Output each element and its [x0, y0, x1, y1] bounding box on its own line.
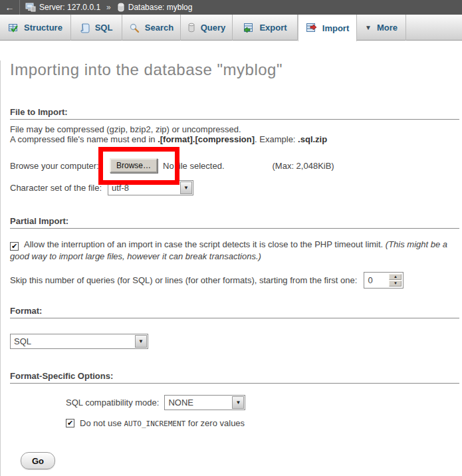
compression-line1: File may be compressed (gzip, bzip2, zip…: [10, 124, 241, 134]
breadcrumb-server[interactable]: Server: 127.0.0.1: [39, 3, 100, 12]
tab-bar-filler: [406, 15, 462, 41]
compression-line2-prefix: A compressed file's name must end in: [10, 134, 158, 144]
page-title: Importing into the database "myblog": [10, 60, 459, 79]
tab-label: SQL: [95, 23, 113, 33]
tab-label: Structure: [24, 23, 62, 33]
compression-example: .sql.zip: [298, 134, 327, 144]
main-content: Importing into the database "myblog" Fil…: [0, 60, 462, 476]
sql-compat-row: SQL compatibility mode: NONE ▼: [66, 394, 459, 411]
query-icon: [187, 23, 195, 33]
breadcrumb-database[interactable]: Database: myblog: [128, 3, 193, 12]
allow-interrupt-label: Allow the interruption of an import in c…: [24, 239, 386, 249]
tab-import[interactable]: Import: [298, 15, 357, 41]
tab-query[interactable]: Query: [181, 15, 233, 41]
tab-structure[interactable]: Structure: [0, 15, 71, 41]
stepper-buttons: ▲ ▼: [389, 274, 402, 287]
breadcrumb-separator: »: [106, 3, 111, 12]
format-select-value: SQL: [11, 334, 134, 348]
search-icon: [129, 23, 140, 33]
browse-row: Browse your computer: Browse… No file se…: [10, 158, 459, 174]
select-arrow-icon[interactable]: ▼: [135, 335, 147, 348]
format-row: SQL ▼: [10, 334, 459, 349]
compression-info-text: File may be compressed (gzip, bzip2, zip…: [10, 124, 459, 144]
tab-label: Search: [145, 23, 173, 33]
tab-sql[interactable]: SQL: [71, 15, 122, 41]
section-heading-format-options: Format-Specific Options:: [10, 371, 459, 384]
chevron-down-icon: ▼: [365, 24, 372, 31]
skip-queries-label: Skip this number of queries (for SQL) or…: [10, 275, 357, 285]
export-icon: [243, 23, 254, 33]
sql-compat-select-value: NONE: [165, 396, 231, 410]
charset-select-value: utf-8: [108, 181, 179, 195]
skip-queries-row: Skip this number of queries (for SQL) or…: [10, 271, 459, 289]
section-heading-partial-import: Partial Import:: [10, 216, 459, 229]
select-arrow-icon[interactable]: ▼: [232, 396, 244, 409]
zero-values-code: AUTO_INCREMENT: [124, 419, 186, 428]
sql-compat-select[interactable]: NONE ▼: [164, 395, 245, 410]
database-icon: [117, 3, 125, 12]
tab-label: Query: [201, 23, 226, 33]
skip-queries-stepper[interactable]: 0 ▲ ▼: [364, 272, 404, 289]
browse-label: Browse your computer:: [10, 161, 110, 171]
go-button[interactable]: Go: [21, 452, 55, 469]
back-arrow-icon[interactable]: ←: [0, 0, 20, 15]
compression-line2-mid: . Example:: [255, 134, 298, 144]
zero-values-label: Do not use AUTO_INCREMENT for zero value…: [80, 418, 245, 428]
breadcrumb: Server: 127.0.0.1 » Database: myblog: [25, 3, 192, 12]
structure-icon: [8, 23, 19, 33]
tab-bar: Structure SQL Search Query: [0, 15, 462, 41]
allow-interrupt-row: ✔Allow the interruption of an import in …: [10, 239, 459, 263]
allow-interrupt-checkbox[interactable]: ✔: [10, 242, 19, 251]
tab-label: More: [377, 23, 398, 33]
skip-queries-value: 0: [364, 273, 389, 288]
zero-values-checkbox[interactable]: ✔: [66, 419, 74, 427]
zero-values-prefix: Do not use: [80, 418, 124, 428]
tab-export[interactable]: Export: [233, 15, 298, 41]
no-file-selected-text: No file selected.: [163, 161, 225, 171]
browse-button[interactable]: Browse…: [110, 158, 158, 173]
tab-more[interactable]: ▼ More: [357, 15, 406, 41]
compression-format-hint: .[format].[compression]: [158, 134, 255, 144]
stepper-down-icon[interactable]: ▼: [389, 281, 402, 287]
import-icon: [306, 23, 317, 33]
charset-row: Character set of the file: utf-8 ▼: [10, 180, 459, 195]
tab-label: Import: [322, 23, 349, 33]
server-icon: [25, 3, 36, 12]
sql-icon: [80, 23, 90, 33]
section-heading-format: Format:: [10, 306, 459, 318]
section-heading-file-to-import: File to Import:: [10, 107, 459, 120]
zero-values-row: ✔ Do not use AUTO_INCREMENT for zero val…: [66, 418, 459, 428]
zero-values-suffix: for zero values: [185, 418, 245, 428]
go-row: Go: [21, 452, 459, 469]
format-select[interactable]: SQL ▼: [10, 334, 148, 349]
tab-label: Export: [259, 23, 287, 33]
max-upload-size: (Max: 2,048KiB): [273, 161, 334, 171]
breadcrumb-bar: ← Server: 127.0.0.1 » Database: myblog: [0, 0, 462, 15]
tab-search[interactable]: Search: [122, 15, 181, 41]
charset-select[interactable]: utf-8 ▼: [108, 180, 193, 195]
stepper-up-icon[interactable]: ▲: [389, 274, 402, 280]
charset-label: Character set of the file:: [10, 183, 108, 193]
sql-compat-label: SQL compatibility mode:: [66, 398, 159, 408]
select-arrow-icon[interactable]: ▼: [180, 181, 192, 194]
